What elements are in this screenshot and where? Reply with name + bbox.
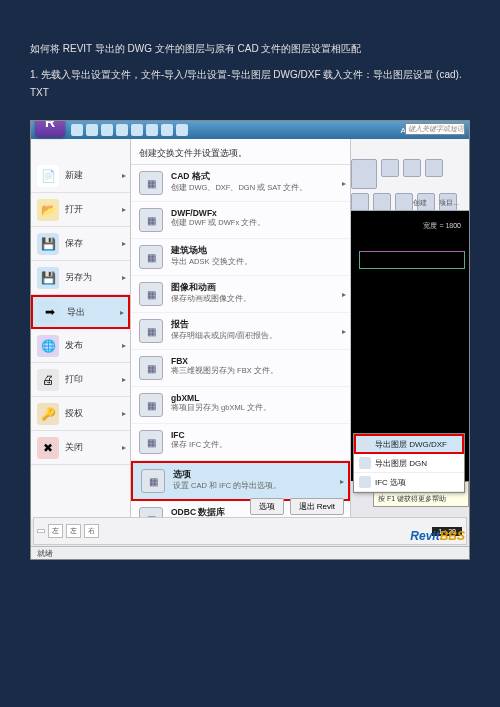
export-type-icon: ▦ [139,319,163,343]
menu-item-打印[interactable]: 🖨打印▸ [31,363,130,397]
status-bar: 就绪 [31,546,469,559]
qat-icon[interactable] [71,124,83,136]
options-button[interactable]: 选项 [250,498,284,515]
qat-icon[interactable] [161,124,173,136]
watermark: RevitBBS [410,529,465,543]
chevron-right-icon: ▸ [342,290,346,299]
export-type-icon: ▦ [139,245,163,269]
export-item-title: 图像和动画 [171,282,251,294]
export-item-DWF/DWFx[interactable]: ▦DWF/DWFx创建 DWF 或 DWFx 文件。 [131,202,350,239]
ribbon-icon[interactable] [381,159,399,177]
menu-label: 新建 [65,169,83,182]
chevron-right-icon: ▸ [122,239,126,248]
flyout-label: 导出图层 DWG/DXF [375,439,447,450]
menu-icon: 💾 [37,233,59,255]
qat-icon[interactable] [176,124,188,136]
export-item-gbXML[interactable]: ▦gbXML将项目另存为 gbXML 文件。 [131,387,350,424]
exit-revit-button[interactable]: 退出 Revit [290,498,344,515]
options-flyout: 导出图层 DWG/DXF导出图层 DGNIFC 选项 [353,433,465,493]
ribbon-icon[interactable] [351,193,369,211]
wall-geometry [359,251,465,269]
menu-item-新建[interactable]: 📄新建▸ [31,159,130,193]
export-type-icon: ▦ [139,171,163,195]
menu-icon: ➡ [39,301,61,323]
menu-label: 打印 [65,373,83,386]
menu-icon: 📂 [37,199,59,221]
ribbon-label: 创建 [413,198,427,208]
chevron-right-icon: ▸ [122,171,126,180]
export-item-图像和动画[interactable]: ▦图像和动画保存动画或图像文件。▸ [131,276,350,313]
menu-item-另存为[interactable]: 💾另存为▸ [31,261,130,295]
export-item-desc: 保存 IFC 文件。 [171,440,227,449]
export-item-IFC[interactable]: ▦IFC保存 IFC 文件。 [131,424,350,461]
export-item-title: IFC [171,430,227,440]
revit-screenshot: Autodesk Revit... 键入关键字或短语 创建 项目... R 📄新… [30,120,470,560]
ribbon-icon[interactable] [403,159,421,177]
chevron-right-icon: ▸ [122,409,126,418]
flyout-item[interactable]: 导出图层 DWG/DXF [354,434,464,454]
export-item-选项[interactable]: ▦选项设置 CAD 和 IFC 的导出选项。▸ [131,461,350,501]
export-item-desc: 导出 ADSK 交换文件。 [171,257,252,266]
menu-item-发布[interactable]: 🌐发布▸ [31,329,130,363]
qat-icon[interactable] [86,124,98,136]
watermark-a: Revit [410,529,439,543]
menu-icon: 📄 [37,165,59,187]
chevron-right-icon: ▸ [342,327,346,336]
qat-icon[interactable] [101,124,113,136]
export-item-desc: 保存动画或图像文件。 [171,294,251,303]
bb-box[interactable]: 右 [84,524,99,538]
export-item-FBX[interactable]: ▦FBX将三维视图另存为 FBX 文件。 [131,350,350,387]
view-control-bar: 左 左 右 1 : 20 [33,517,467,545]
menu-label: 导出 [67,306,85,319]
menu-item-打开[interactable]: 📂打开▸ [31,193,130,227]
bb-box[interactable] [37,529,45,533]
export-type-icon: ▦ [139,282,163,306]
menu-item-授权[interactable]: 🔑授权▸ [31,397,130,431]
flyout-icon [359,457,371,469]
ribbon-icon[interactable] [351,159,377,189]
doc-step1: 1. 先载入导出设置文件，文件-导入/导出设置-导出图层 DWG/DXF 载入文… [30,66,470,102]
quick-access-toolbar [71,124,188,136]
ribbon-icon[interactable] [373,193,391,211]
export-item-建筑场地[interactable]: ▦建筑场地导出 ADSK 交换文件。 [131,239,350,276]
flyout-label: IFC 选项 [375,477,406,488]
export-type-icon: ▦ [139,393,163,417]
watermark-b: BBS [440,529,465,543]
menu-label: 关闭 [65,441,83,454]
chevron-right-icon: ▸ [122,273,126,282]
qat-icon[interactable] [116,124,128,136]
submenu-items: ▦CAD 格式创建 DWG、DXF、DGN 或 SAT 文件。▸▦DWF/DWF… [131,165,350,538]
export-item-desc: 创建 DWG、DXF、DGN 或 SAT 文件。 [171,183,307,192]
bb-box[interactable]: 左 [48,524,63,538]
menu-label: 打开 [65,203,83,216]
app-menu-button[interactable]: R [35,120,65,137]
flyout-item[interactable]: IFC 选项 [354,473,464,492]
menu-item-保存[interactable]: 💾保存▸ [31,227,130,261]
ribbon-icon[interactable] [425,159,443,177]
chevron-right-icon: ▸ [122,341,126,350]
menu-item-关闭[interactable]: ✖关闭▸ [31,431,130,465]
export-item-title: 选项 [173,469,281,481]
qat-icon[interactable] [131,124,143,136]
ribbon-panel-labels: 创建 项目... [413,198,459,208]
export-item-title: CAD 格式 [171,171,307,183]
menu-icon: ✖ [37,437,59,459]
flyout-item[interactable]: 导出图层 DGN [354,454,464,473]
export-item-报告[interactable]: ▦报告保存明细表或房间/面积报告。▸ [131,313,350,350]
export-type-icon: ▦ [139,208,163,232]
flyout-label: 导出图层 DGN [375,458,427,469]
ribbon-label: 项目... [439,198,459,208]
chevron-right-icon: ▸ [122,375,126,384]
tooltip-hint: 按 F1 键获得更多帮助 [378,494,464,503]
menu-item-导出[interactable]: ➡导出▸ [31,295,130,329]
chevron-right-icon: ▸ [122,443,126,452]
export-item-title: 报告 [171,319,277,331]
export-item-title: 建筑场地 [171,245,252,257]
bb-box[interactable]: 左 [66,524,81,538]
flyout-icon [359,476,371,488]
qat-icon[interactable] [146,124,158,136]
ribbon-icon[interactable] [395,193,413,211]
export-item-CAD 格式[interactable]: ▦CAD 格式创建 DWG、DXF、DGN 或 SAT 文件。▸ [131,165,350,202]
dimension-text: 宽度 = 1800 [423,221,461,231]
search-input[interactable]: 键入关键字或短语 [405,123,465,135]
